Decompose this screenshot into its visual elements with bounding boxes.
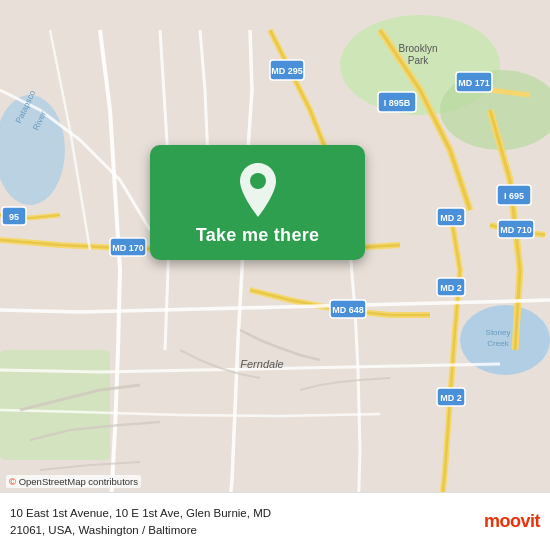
svg-text:MD 171: MD 171 xyxy=(458,78,490,88)
address-text: 10 East 1st Avenue, 10 E 1st Ave, Glen B… xyxy=(10,505,484,538)
map-roads: MD 295 I 895B I 695 MD 171 MD 2 MD 2 MD … xyxy=(0,0,550,550)
map-container: MD 295 I 895B I 695 MD 171 MD 2 MD 2 MD … xyxy=(0,0,550,550)
svg-text:I 895B: I 895B xyxy=(384,98,411,108)
osm-text: OpenStreetMap contributors xyxy=(19,476,138,487)
svg-text:MD 295: MD 295 xyxy=(271,66,303,76)
take-me-there-button[interactable]: Take me there xyxy=(150,145,365,260)
moovit-logo[interactable]: moovit xyxy=(484,511,540,532)
svg-text:MD 170: MD 170 xyxy=(112,243,144,253)
svg-text:I 695: I 695 xyxy=(504,191,524,201)
svg-text:MD 2: MD 2 xyxy=(440,213,462,223)
svg-text:Creek: Creek xyxy=(487,339,509,348)
svg-text:MD 2: MD 2 xyxy=(440,283,462,293)
svg-rect-4 xyxy=(0,350,110,460)
svg-text:Ferndale: Ferndale xyxy=(240,358,283,370)
svg-text:95: 95 xyxy=(9,212,19,222)
svg-text:MD 710: MD 710 xyxy=(500,225,532,235)
moovit-logo-text: moovit xyxy=(484,511,540,532)
svg-text:Park: Park xyxy=(408,55,430,66)
bottom-bar: 10 East 1st Avenue, 10 E 1st Ave, Glen B… xyxy=(0,492,550,550)
svg-text:Brooklyn: Brooklyn xyxy=(399,43,438,54)
address-label: 10 East 1st Avenue, 10 E 1st Ave, Glen B… xyxy=(10,507,271,536)
svg-text:MD 648: MD 648 xyxy=(332,305,364,315)
svg-text:MD 2: MD 2 xyxy=(440,393,462,403)
location-pin-icon xyxy=(236,163,280,217)
svg-text:Stoney: Stoney xyxy=(486,328,511,337)
osm-link[interactable]: © xyxy=(9,476,16,487)
svg-point-3 xyxy=(0,95,65,205)
take-me-there-label: Take me there xyxy=(196,225,320,246)
svg-point-35 xyxy=(250,173,266,189)
osm-attribution: © OpenStreetMap contributors xyxy=(6,475,141,488)
